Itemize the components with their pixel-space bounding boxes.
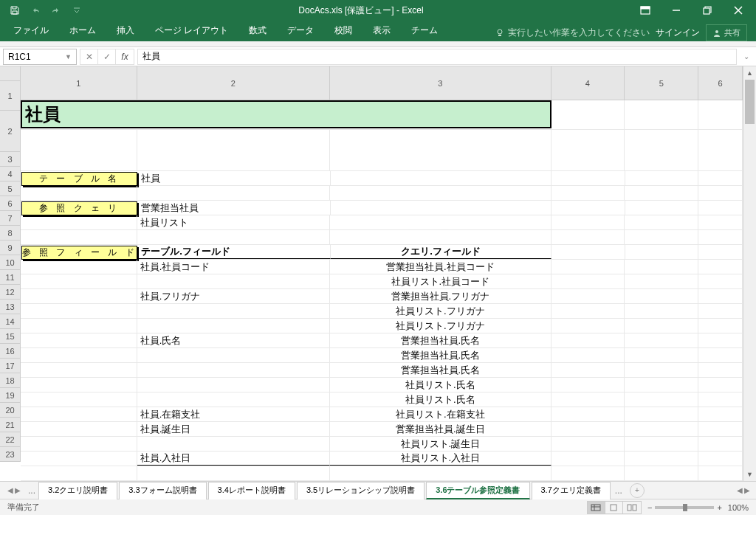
undo-button[interactable]: [27, 1, 44, 19]
row-header[interactable]: 3: [0, 152, 20, 167]
ribbon-tab[interactable]: 表示: [362, 20, 401, 41]
zoom-slider[interactable]: − +: [647, 503, 722, 512]
cell[interactable]: [625, 130, 698, 170]
zoom-level[interactable]: 100%: [728, 503, 749, 512]
cell[interactable]: 社員リスト.入社日: [330, 452, 551, 466]
cell[interactable]: [21, 466, 137, 480]
cell[interactable]: [625, 260, 698, 274]
cell[interactable]: 社員.氏名: [137, 333, 330, 347]
cell[interactable]: [21, 348, 137, 362]
expand-formula-bar[interactable]: ⌄: [740, 52, 753, 60]
cell[interactable]: [698, 100, 743, 129]
cell[interactable]: [331, 171, 551, 185]
sheet-overflow-left[interactable]: ...: [25, 485, 38, 496]
cell[interactable]: 社員リスト.氏名: [330, 392, 551, 407]
cell[interactable]: 社員リスト.在籍支社: [330, 407, 551, 421]
cell[interactable]: テーブル.フィールド: [138, 245, 331, 259]
cell[interactable]: [330, 130, 551, 170]
title-cell[interactable]: 社員: [21, 100, 551, 128]
sheet-tab[interactable]: 3.5リレーションシップ説明書: [297, 482, 425, 499]
cell[interactable]: [698, 245, 743, 259]
cell[interactable]: [551, 392, 625, 407]
cell[interactable]: [551, 186, 625, 200]
sheet-tab[interactable]: 3.2クエリ説明書: [38, 482, 117, 499]
cells[interactable]: 社員テ ー ブ ル 名社員参 照 ク ェ リ営業担当社員社員リスト参 照 フ ィ…: [21, 100, 743, 481]
ribbon-display-button[interactable]: [630, 0, 660, 21]
cell[interactable]: 社員: [138, 171, 331, 185]
row-header[interactable]: 2: [0, 111, 20, 152]
row-header[interactable]: 19: [0, 388, 20, 403]
cell[interactable]: [698, 215, 743, 229]
cell[interactable]: [625, 201, 699, 215]
cell[interactable]: [551, 407, 625, 421]
cell[interactable]: [137, 274, 330, 288]
cell[interactable]: [625, 186, 698, 200]
cell[interactable]: [331, 201, 551, 215]
cell[interactable]: クエリ.フィールド: [331, 245, 551, 259]
cell[interactable]: 営業担当社員.誕生日: [330, 422, 551, 436]
sheet-tab[interactable]: 3.7クエリ定義書: [532, 482, 611, 499]
cell[interactable]: [330, 215, 551, 229]
column-header[interactable]: 2: [137, 66, 330, 100]
qat-dropdown[interactable]: [68, 1, 86, 19]
hscroll-left[interactable]: ◀: [737, 486, 743, 494]
cell[interactable]: [21, 422, 137, 436]
row-header[interactable]: 17: [0, 359, 20, 373]
cell[interactable]: [137, 186, 330, 200]
sheet-tab[interactable]: 3.6テーブル参照定義書: [426, 482, 529, 499]
cell[interactable]: [625, 215, 698, 229]
cell[interactable]: [551, 319, 625, 333]
ribbon-tab[interactable]: 数式: [238, 20, 277, 41]
page-break-view-button[interactable]: [623, 502, 641, 513]
cell[interactable]: [137, 437, 330, 451]
cell[interactable]: [21, 437, 137, 451]
ribbon-tab[interactable]: チーム: [401, 20, 448, 41]
cell[interactable]: 社員.入社日: [137, 452, 330, 466]
cell[interactable]: 営業担当社員.氏名: [330, 333, 551, 347]
tell-me-search[interactable]: 実行したい作業を入力してください: [495, 27, 650, 39]
cell[interactable]: [698, 260, 743, 274]
cell[interactable]: [21, 230, 137, 244]
cell[interactable]: [21, 274, 137, 288]
cell[interactable]: [698, 452, 743, 466]
cell[interactable]: 社員リスト.社員コード: [330, 274, 551, 288]
ribbon-tab[interactable]: 挿入: [106, 20, 145, 41]
row-header[interactable]: 12: [0, 285, 20, 300]
row-header[interactable]: 9: [0, 241, 20, 255]
insert-function-button[interactable]: fx: [116, 49, 134, 64]
cell[interactable]: [21, 333, 137, 347]
cell[interactable]: [698, 392, 743, 407]
row-header[interactable]: 7: [0, 211, 20, 226]
vertical-scrollbar[interactable]: ▲ ▼: [743, 66, 756, 481]
cell[interactable]: [137, 319, 330, 333]
cell[interactable]: 営業担当社員: [138, 201, 331, 215]
cell[interactable]: [137, 304, 330, 318]
signin-link[interactable]: サインイン: [656, 27, 700, 39]
cell[interactable]: [698, 348, 743, 362]
cell[interactable]: [21, 130, 137, 170]
cell[interactable]: [698, 378, 743, 392]
row-header[interactable]: 13: [0, 300, 20, 314]
restore-button[interactable]: [693, 0, 722, 21]
sheet-tab[interactable]: 3.3フォーム説明書: [119, 482, 206, 499]
zoom-out-button[interactable]: −: [647, 503, 652, 512]
select-all-corner[interactable]: [0, 66, 21, 81]
row-header[interactable]: 1: [0, 81, 20, 111]
normal-view-button[interactable]: [588, 502, 605, 513]
ribbon-tab[interactable]: ファイル: [3, 20, 59, 41]
cell[interactable]: [625, 274, 698, 288]
cell[interactable]: [21, 452, 137, 466]
cell[interactable]: [330, 186, 551, 200]
cell[interactable]: [21, 260, 137, 274]
zoom-in-button[interactable]: +: [717, 503, 721, 512]
cell[interactable]: [625, 230, 698, 244]
row-header[interactable]: 15: [0, 329, 20, 344]
cell[interactable]: [698, 201, 743, 215]
scroll-thumb[interactable]: [745, 80, 755, 124]
cell[interactable]: [625, 333, 698, 347]
cell[interactable]: [21, 319, 137, 333]
cell[interactable]: [551, 100, 625, 129]
enter-formula-button[interactable]: ✓: [98, 49, 116, 64]
close-button[interactable]: [724, 0, 753, 21]
cell[interactable]: 社員リスト: [137, 215, 330, 229]
